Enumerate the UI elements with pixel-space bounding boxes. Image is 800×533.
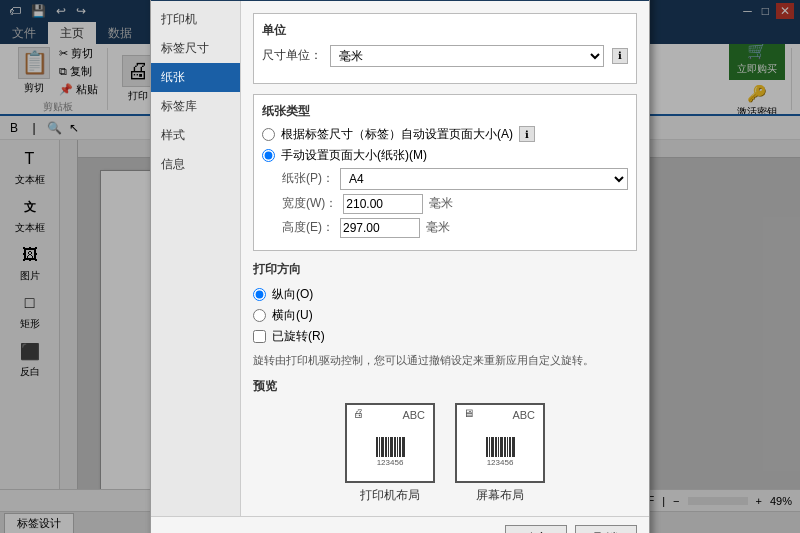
manual-size-label: 手动设置页面大小(纸张)(M) xyxy=(281,147,427,164)
screen-barcode-num: 123456 xyxy=(487,458,514,467)
portrait-label: 纵向(O) xyxy=(272,286,313,303)
modal-footer: 确定 取消 xyxy=(151,516,649,533)
modal-body: 打印机 标签尺寸 纸张 标签库 样式 信息 单位 尺寸单位： 毫米 ℹ xyxy=(151,1,649,516)
screen-icon-top: 🖥 xyxy=(463,407,474,419)
manual-size-radio-row: 手动设置页面大小(纸张)(M) xyxy=(262,147,628,164)
sb4 xyxy=(495,437,497,457)
auto-size-info-icon: ℹ xyxy=(519,126,535,142)
sb1 xyxy=(486,437,488,457)
auto-size-radio-row: 根据标签尺寸（标签）自动设置页面大小(A) ℹ xyxy=(262,126,628,143)
height-row: 高度(E)： 毫米 xyxy=(262,218,628,238)
sidebar-item-printer[interactable]: 打印机 xyxy=(151,5,240,34)
b2 xyxy=(379,437,380,457)
sb5 xyxy=(498,437,499,457)
width-unit: 毫米 xyxy=(429,195,453,212)
paper-type-title: 纸张类型 xyxy=(262,103,628,120)
b4 xyxy=(385,437,387,457)
printer-preview-box: ABC 🖨 xyxy=(345,403,435,483)
paper-select-row: 纸张(P)： A4 xyxy=(262,168,628,190)
sidebar-item-paper[interactable]: 纸张 xyxy=(151,63,240,92)
b7 xyxy=(394,437,396,457)
printer-preview-abc: ABC xyxy=(402,409,425,421)
hint-text: 旋转由打印机驱动控制，您可以通过撤销设定来重新应用自定义旋转。 xyxy=(253,353,637,368)
screen-layout-preview: ABC 🖥 xyxy=(455,403,545,504)
modal-sidebar: 打印机 标签尺寸 纸张 标签库 样式 信息 xyxy=(151,1,241,516)
width-input[interactable] xyxy=(343,194,423,214)
b8 xyxy=(397,437,398,457)
height-unit: 毫米 xyxy=(426,219,450,236)
b9 xyxy=(399,437,401,457)
unit-section: 单位 尺寸单位： 毫米 ℹ xyxy=(253,13,637,84)
width-label: 宽度(W)： xyxy=(282,195,337,212)
sb7 xyxy=(504,437,506,457)
sidebar-item-label-size[interactable]: 标签尺寸 xyxy=(151,34,240,63)
sb10 xyxy=(512,437,515,457)
printer-layout-preview: ABC 🖨 xyxy=(345,403,435,504)
unit-select[interactable]: 毫米 xyxy=(330,45,604,67)
b3 xyxy=(381,437,384,457)
unit-form-row: 尺寸单位： 毫米 ℹ xyxy=(262,45,628,67)
modal-overlay: 标签属性 ✕ 打印机 标签尺寸 纸张 标签库 样式 信息 单位 尺寸单位： xyxy=(0,0,800,533)
b10 xyxy=(402,437,405,457)
sidebar-item-style[interactable]: 样式 xyxy=(151,121,240,150)
landscape-radio[interactable] xyxy=(253,309,266,322)
auto-size-radio[interactable] xyxy=(262,128,275,141)
paper-select[interactable]: A4 xyxy=(340,168,628,190)
sb2 xyxy=(489,437,490,457)
sb3 xyxy=(491,437,494,457)
unit-label: 尺寸单位： xyxy=(262,47,322,64)
unit-section-title: 单位 xyxy=(262,22,628,39)
sb9 xyxy=(509,437,511,457)
rotated-checkbox-row: 已旋转(R) xyxy=(253,328,637,345)
screen-preview-abc: ABC xyxy=(512,409,535,421)
screen-barcode xyxy=(486,437,515,457)
modal-content: 单位 尺寸单位： 毫米 ℹ 纸张类型 根据标签尺寸（标签） xyxy=(241,1,649,516)
portrait-radio-row: 纵向(O) xyxy=(253,286,637,303)
width-row: 宽度(W)： 毫米 xyxy=(262,194,628,214)
landscape-radio-row: 横向(U) xyxy=(253,307,637,324)
direction-title: 打印方向 xyxy=(253,261,637,278)
preview-section: ABC 🖨 xyxy=(253,403,637,504)
printer-layout-label: 打印机布局 xyxy=(360,487,420,504)
sidebar-item-label-lib[interactable]: 标签库 xyxy=(151,92,240,121)
printer-barcode xyxy=(376,437,405,457)
cancel-button[interactable]: 取消 xyxy=(575,525,637,533)
confirm-button[interactable]: 确定 xyxy=(505,525,567,533)
portrait-radio[interactable] xyxy=(253,288,266,301)
sb6 xyxy=(500,437,503,457)
height-input[interactable] xyxy=(340,218,420,238)
auto-size-label: 根据标签尺寸（标签）自动设置页面大小(A) xyxy=(281,126,513,143)
screen-layout-label: 屏幕布局 xyxy=(476,487,524,504)
b6 xyxy=(390,437,393,457)
unit-info-icon: ℹ xyxy=(612,48,628,64)
printer-barcode-num: 123456 xyxy=(377,458,404,467)
height-label: 高度(E)： xyxy=(282,219,334,236)
screen-preview-box: ABC 🖥 xyxy=(455,403,545,483)
rotated-checkbox[interactable] xyxy=(253,330,266,343)
direction-section: 打印方向 纵向(O) 横向(U) 已旋转(R) xyxy=(253,261,637,345)
sidebar-item-info[interactable]: 信息 xyxy=(151,150,240,179)
printer-icon-top: 🖨 xyxy=(353,407,364,419)
paper-type-section: 纸张类型 根据标签尺寸（标签）自动设置页面大小(A) ℹ 手动设置页面大小(纸张… xyxy=(253,94,637,251)
paper-label: 纸张(P)： xyxy=(282,170,334,187)
sb8 xyxy=(507,437,508,457)
preview-section-title: 预览 xyxy=(253,378,637,395)
label-properties-modal: 标签属性 ✕ 打印机 标签尺寸 纸张 标签库 样式 信息 单位 尺寸单位： xyxy=(150,0,650,533)
landscape-label: 横向(U) xyxy=(272,307,313,324)
rotated-label: 已旋转(R) xyxy=(272,328,325,345)
manual-size-radio[interactable] xyxy=(262,149,275,162)
b5 xyxy=(388,437,389,457)
b1 xyxy=(376,437,378,457)
